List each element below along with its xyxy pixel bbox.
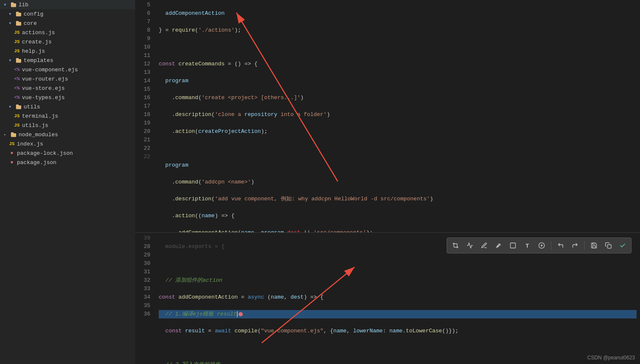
js-file-icon: JS — [14, 38, 20, 45]
sidebar-item-utils[interactable]: ▾ utils — [0, 102, 135, 111]
sidebar-item-package-label: package.json — [17, 159, 57, 166]
sidebar-item-utils-label: utils.js — [22, 122, 48, 129]
js-file-icon: JS — [14, 122, 20, 129]
sidebar-item-core-label: core — [24, 20, 37, 27]
copy-button[interactable] — [602, 240, 614, 251]
sidebar-item-node-modules[interactable]: ▸ node_modules — [0, 130, 135, 139]
code-top[interactable]: addComponentAction } = require('./action… — [155, 0, 640, 232]
chevron-down-icon: ▾ — [7, 20, 14, 27]
js-file-icon: JS — [14, 113, 20, 119]
crop-tool-button[interactable] — [450, 240, 461, 251]
sidebar-item-node-modules-label: node_modules — [19, 132, 58, 138]
bottom-code-panel: T — [135, 233, 640, 364]
sidebar-item-vue-types-label: vue-types.ejs — [22, 94, 65, 101]
annotation-toolbar: T — [447, 237, 632, 253]
sidebar-item-vue-component-ejs[interactable]: <% vue-component.ejs — [0, 65, 135, 74]
chevron-down-icon: ▾ — [2, 1, 8, 8]
ejs-file-icon: <% — [14, 85, 20, 92]
marker-tool-button[interactable] — [493, 240, 504, 251]
sidebar-item-terminal-label: terminal.js — [22, 113, 58, 119]
toolbar-separator — [551, 241, 551, 250]
sidebar-item-create-js[interactable]: JS create.js — [0, 37, 135, 46]
sidebar-item-utils-js[interactable]: JS utils.js — [0, 121, 135, 130]
sidebar-item-vue-component-label: vue-component.ejs — [22, 67, 78, 73]
redo-button[interactable] — [569, 240, 581, 251]
sidebar-item-lib-label: lib — [19, 2, 28, 8]
save-button[interactable] — [588, 240, 600, 251]
json-file-icon: ● — [8, 150, 15, 156]
line-numbers-top: 5 6 7 8 9 10 11 12 13 14 15 16 17 18 19 … — [135, 0, 155, 232]
sidebar-item-vue-router-ejs[interactable]: <% vue-router.ejs — [0, 74, 135, 84]
js-file-icon: JS — [14, 29, 20, 36]
sidebar-item-templates-label: templates — [24, 57, 53, 64]
chevron-down-icon: ▾ — [7, 11, 14, 17]
pen-tool-button[interactable] — [478, 240, 490, 251]
sidebar-item-vue-store-ejs[interactable]: <% vue-store.ejs — [0, 84, 135, 93]
sidebar-item-index-label: index.js — [17, 141, 43, 147]
sidebar-item-config[interactable]: ▾ config — [0, 9, 135, 19]
sidebar-item-actions-label: actions.js — [22, 30, 55, 36]
sidebar-item-package-lock-label: package-lock.json — [17, 150, 73, 156]
sidebar-item-core[interactable]: ▾ core — [0, 19, 135, 28]
sidebar-item-create-label: create.js — [22, 39, 52, 45]
ejs-file-icon: <% — [14, 75, 20, 82]
line-numbers-bottom: 39 28 29 30 31 32 33 34 35 36 — [135, 233, 155, 364]
sidebar-item-help-js[interactable]: JS help.js — [0, 46, 135, 56]
folder-icon — [15, 20, 22, 27]
folder-special-icon — [10, 131, 17, 138]
ejs-file-icon: <% — [14, 94, 20, 101]
sidebar-item-templates[interactable]: ▾ templates — [0, 56, 135, 65]
chevron-down-icon: ▾ — [7, 103, 14, 110]
text-tool-button[interactable]: T — [521, 240, 533, 251]
confirm-button[interactable] — [617, 240, 629, 251]
file-explorer: ▾ lib ▾ config ▾ core JS actions.js JS c… — [0, 0, 135, 364]
shape-tool-button[interactable] — [507, 240, 519, 251]
sidebar-item-vue-store-label: vue-store.ejs — [22, 85, 65, 92]
sidebar-item-help-label: help.js — [22, 48, 45, 54]
js-file-icon: JS — [8, 140, 15, 147]
sidebar-item-utils-label: utils — [24, 104, 40, 110]
sidebar-item-package-lock-json[interactable]: ● package-lock.json — [0, 148, 135, 158]
top-code-panel: 5 6 7 8 9 10 11 12 13 14 15 16 17 18 19 … — [135, 0, 640, 233]
sidebar-item-vue-types-ejs[interactable]: <% vue-types.ejs — [0, 93, 135, 102]
main-editor: 5 6 7 8 9 10 11 12 13 14 15 16 17 18 19 … — [135, 0, 640, 364]
folder-icon — [10, 1, 17, 8]
sidebar-item-terminal-js[interactable]: JS terminal.js — [0, 111, 135, 121]
chevron-down-icon: ▾ — [7, 57, 14, 64]
svg-rect-2 — [510, 243, 515, 248]
folder-icon — [15, 57, 22, 64]
sidebar-item-actions-js[interactable]: JS actions.js — [0, 28, 135, 37]
json-file-icon: ● — [8, 159, 15, 166]
sidebar-item-lib[interactable]: ▾ lib — [0, 0, 135, 9]
sidebar-item-package-json[interactable]: ● package.json — [0, 158, 135, 167]
chart-tool-button[interactable] — [464, 240, 476, 251]
chevron-right-icon: ▸ — [2, 131, 8, 138]
undo-button[interactable] — [555, 240, 567, 251]
color-tool-button[interactable] — [536, 240, 548, 251]
js-file-icon: JS — [14, 48, 20, 54]
sidebar-item-index-js[interactable]: JS index.js — [0, 139, 135, 148]
folder-icon — [15, 11, 22, 17]
csdn-watermark: CSDN @peanut0623 — [587, 355, 635, 361]
sidebar-item-config-label: config — [24, 11, 43, 17]
ejs-file-icon: <% — [14, 66, 20, 73]
folder-icon — [15, 103, 22, 110]
sidebar-item-vue-router-label: vue-router.ejs — [22, 76, 68, 82]
toolbar-separator2 — [584, 241, 585, 250]
svg-rect-4 — [607, 245, 611, 248]
